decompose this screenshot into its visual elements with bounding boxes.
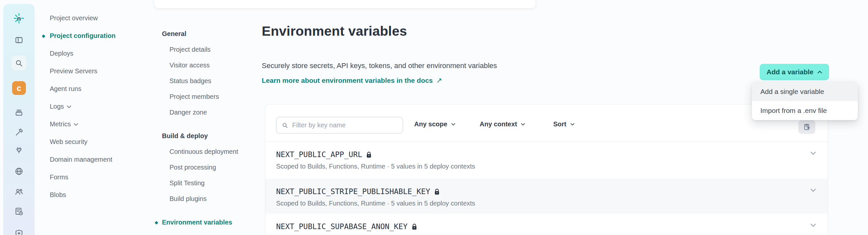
nav-continuous-deployment[interactable]: Continuous deployment — [154, 144, 262, 159]
nav-status-badges[interactable]: Status badges — [154, 73, 262, 89]
nav-visitor-access[interactable]: Visitor access — [154, 57, 262, 73]
globe-icon[interactable] — [15, 167, 24, 176]
deploys-icon[interactable] — [15, 108, 24, 117]
nav-project-configuration[interactable]: ◆ Project configuration — [35, 27, 149, 45]
search-icon[interactable] — [11, 56, 27, 71]
config-nav-active: ◆ Environment variables — [154, 214, 262, 230]
variable-row[interactable]: NEXT_PUBLIC_APP_URL Scoped to Builds, Fu… — [265, 142, 828, 179]
project-nav: Project overview ◆ Project configuration… — [35, 9, 149, 204]
section-title-build-deploy: Build & deploy — [154, 128, 262, 144]
chevron-down-icon — [451, 123, 456, 126]
chevron-down-icon — [570, 123, 575, 126]
active-bullet: ◆ — [155, 220, 158, 225]
search-icon — [282, 122, 288, 129]
active-bullet: ◆ — [42, 33, 45, 38]
filter-by-key-input[interactable] — [292, 121, 400, 129]
add-variable-button[interactable]: Add a variable — [760, 64, 829, 80]
variable-key: NEXT_PUBLIC_SUPABASE_ANON_KEY — [276, 222, 417, 231]
import-env-button[interactable] — [798, 120, 815, 134]
panels-icon[interactable] — [15, 36, 24, 45]
menu-item-add-single-variable[interactable]: Add a single variable — [752, 82, 858, 101]
nav-danger-zone[interactable]: Danger zone — [154, 105, 262, 120]
clipboard-import-icon — [803, 123, 811, 131]
nav-build-plugins[interactable]: Build plugins — [154, 191, 262, 207]
nav-post-processing[interactable]: Post processing — [154, 159, 262, 175]
nav-preview-servers[interactable]: Preview Servers — [35, 62, 149, 80]
icon-rail: n c — [3, 4, 35, 235]
variable-meta: Scoped to Builds, Functions, Runtime · 5… — [276, 163, 475, 170]
integrations-icon[interactable] — [15, 146, 24, 155]
nav-project-details[interactable]: Project details — [154, 41, 262, 57]
config-nav-build-deploy: Build & deploy Continuous deployment Pos… — [154, 128, 262, 207]
chevron-down-icon[interactable] — [810, 188, 816, 192]
chevron-down-icon — [67, 106, 71, 108]
variable-row[interactable]: NEXT_PUBLIC_STRIPE_PUBLISHABLE_KEY Scope… — [265, 179, 828, 214]
team-icon[interactable] — [14, 187, 24, 196]
nav-blobs[interactable]: Blobs — [35, 186, 149, 204]
nav-forms[interactable]: Forms — [35, 168, 149, 186]
variable-key: NEXT_PUBLIC_APP_URL — [276, 150, 372, 159]
security-icon[interactable] — [14, 229, 24, 235]
page-title: Environment variables — [262, 24, 407, 39]
svg-text:n: n — [17, 15, 21, 22]
chevron-down-icon — [521, 123, 525, 126]
chevron-down-icon[interactable] — [810, 151, 816, 155]
claude-icon[interactable]: c — [12, 81, 26, 95]
variable-key: NEXT_PUBLIC_STRIPE_PUBLISHABLE_KEY — [276, 187, 440, 196]
nav-agent-runs[interactable]: Agent runs — [35, 80, 149, 97]
command-bar[interactable] — [154, 0, 536, 8]
section-title-general: General — [154, 26, 262, 41]
nav-domain-management[interactable]: Domain management — [35, 151, 149, 168]
chevron-down-icon[interactable] — [810, 224, 816, 227]
nav-project-members[interactable]: Project members — [154, 89, 262, 105]
lock-icon — [434, 188, 440, 195]
config-nav-general: General Project details Visitor access S… — [154, 26, 262, 120]
nav-deploys[interactable]: Deploys — [35, 45, 149, 62]
nav-web-security[interactable]: Web security — [35, 133, 149, 151]
scope-filter-dropdown[interactable]: Any scope — [414, 120, 456, 128]
menu-item-import-env-file[interactable]: Import from a .env file — [752, 101, 858, 120]
docs-link[interactable]: Learn more about environment variables i… — [262, 76, 442, 85]
sort-dropdown[interactable]: Sort — [553, 120, 575, 128]
nav-logs[interactable]: Logs — [35, 97, 149, 115]
context-filter-dropdown[interactable]: Any context — [479, 120, 525, 128]
netlify-logo[interactable]: n — [13, 13, 25, 24]
forms-icon[interactable] — [14, 207, 24, 216]
page-description: Securely store secrets, API keys, tokens… — [262, 62, 497, 70]
nav-metrics[interactable]: Metrics — [35, 115, 149, 133]
nav-split-testing[interactable]: Split Testing — [154, 175, 262, 191]
external-link-icon: ↗ — [436, 76, 442, 85]
filter-input-wrapper — [276, 117, 403, 134]
lock-icon — [366, 151, 372, 158]
nav-project-overview[interactable]: Project overview — [35, 9, 149, 27]
lock-icon — [411, 224, 417, 230]
variable-meta: Scoped to Builds, Functions, Runtime · 5… — [276, 200, 475, 207]
add-variable-menu: Add a single variable Import from a .env… — [752, 82, 858, 120]
chevron-up-icon — [817, 71, 822, 74]
chevron-down-icon — [73, 123, 78, 126]
build-icon[interactable] — [15, 128, 24, 137]
nav-environment-variables[interactable]: ◆ Environment variables — [154, 214, 262, 230]
environment-variables-card: Any scope Any context Sort NEXT_PUBLIC_A… — [265, 104, 828, 235]
variable-row[interactable]: NEXT_PUBLIC_SUPABASE_ANON_KEY Scoped to … — [265, 214, 828, 235]
